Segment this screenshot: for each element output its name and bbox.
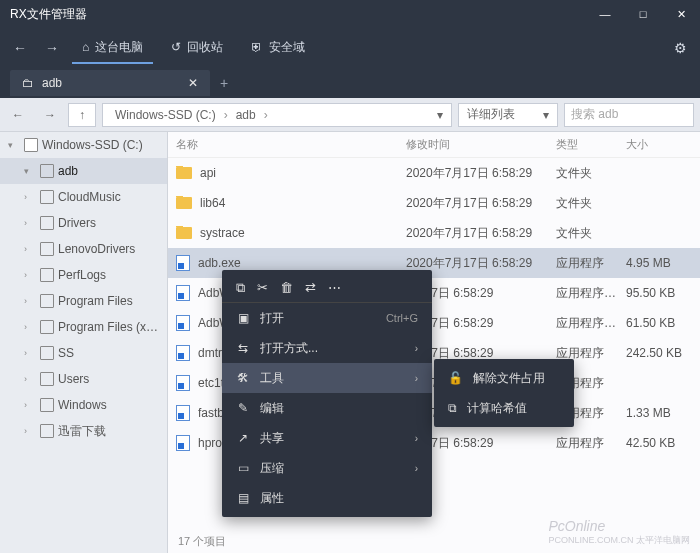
- menu-item-label: 打开: [260, 310, 376, 327]
- exe-icon: [176, 375, 190, 391]
- add-tab[interactable]: +: [210, 75, 238, 91]
- sidebar-item[interactable]: ›Windows: [0, 392, 167, 418]
- nav-tab-secure[interactable]: ⛨ 安全域: [241, 33, 315, 64]
- file-type: 文件夹: [548, 195, 618, 212]
- menu-item-icon: ⧉: [448, 401, 457, 415]
- folder-icon: [40, 164, 54, 178]
- col-size[interactable]: 大小: [618, 137, 688, 152]
- context-item[interactable]: 🛠工具›: [222, 363, 432, 393]
- folder-icon: [40, 346, 54, 360]
- search-input[interactable]: 搜索 adb: [564, 103, 694, 127]
- context-item[interactable]: ↗共享›: [222, 423, 432, 453]
- view-label: 详细列表: [467, 106, 515, 123]
- sidebar-item[interactable]: ›LenovoDrivers: [0, 236, 167, 262]
- file-row[interactable]: systrace2020年7月17日 6:58:29文件夹: [168, 218, 700, 248]
- col-type[interactable]: 类型: [548, 137, 618, 152]
- file-size: 242.50 KB: [618, 346, 688, 360]
- close-tab[interactable]: ✕: [188, 76, 198, 90]
- window-minimize[interactable]: —: [586, 0, 624, 28]
- rename-icon[interactable]: ⇄: [305, 280, 316, 296]
- sidebar-item-label: 迅雷下载: [58, 423, 106, 440]
- file-size: 61.50 KB: [618, 316, 688, 330]
- file-name: api: [200, 166, 216, 180]
- menu-item-label: 打开方式...: [260, 340, 405, 357]
- settings-button[interactable]: ⚙: [668, 40, 692, 56]
- sidebar-item[interactable]: ›Program Files (x…: [0, 314, 167, 340]
- nav-forward[interactable]: →: [40, 40, 64, 56]
- folder-icon: [176, 167, 192, 179]
- toolbar-back[interactable]: ←: [4, 103, 32, 127]
- sidebar-item-label: Drivers: [58, 216, 96, 230]
- context-menu: ⧉✂🗑⇄⋯ ▣打开Ctrl+G⇆打开方式...›🛠工具›✎编辑↗共享›▭压缩›▤…: [222, 270, 432, 517]
- file-size: 4.95 MB: [618, 256, 688, 270]
- more-icon[interactable]: ⋯: [328, 280, 341, 296]
- context-icon-row: ⧉✂🗑⇄⋯: [222, 274, 432, 303]
- sidebar-item-label: Users: [58, 372, 89, 386]
- chevron-right-icon: ›: [24, 322, 36, 332]
- nav-tab-recycle[interactable]: ↺ 回收站: [161, 33, 233, 64]
- menu-item-icon: 🛠: [236, 371, 250, 385]
- sidebar-root[interactable]: ▾ Windows-SSD (C:): [0, 132, 167, 158]
- menu-item-icon: ▤: [236, 491, 250, 505]
- sidebar-item[interactable]: ›迅雷下载: [0, 418, 167, 444]
- nav-tab-label: 回收站: [187, 39, 223, 56]
- copy-icon[interactable]: ⧉: [236, 280, 245, 296]
- window-maximize[interactable]: □: [624, 0, 662, 28]
- folder-icon: [176, 197, 192, 209]
- chevron-right-icon: ›: [415, 433, 418, 444]
- col-date[interactable]: 修改时间: [398, 137, 548, 152]
- sidebar: ▾ Windows-SSD (C:) ▾adb›CloudMusic›Drive…: [0, 132, 168, 553]
- context-item[interactable]: ▤属性: [222, 483, 432, 513]
- context-item[interactable]: ⇆打开方式...›: [222, 333, 432, 363]
- exe-icon: [176, 285, 190, 301]
- chevron-right-icon: ›: [224, 108, 228, 122]
- chevron-right-icon: ›: [24, 348, 36, 358]
- sidebar-item[interactable]: ›CloudMusic: [0, 184, 167, 210]
- search-placeholder: 搜索 adb: [571, 106, 618, 123]
- toolbar-up[interactable]: ↑: [68, 103, 96, 127]
- file-date: 2020年7月17日 6:58:29: [398, 255, 548, 272]
- sidebar-item-label: LenovoDrivers: [58, 242, 135, 256]
- folder-icon: [40, 424, 54, 438]
- sidebar-item[interactable]: ›PerfLogs: [0, 262, 167, 288]
- file-row[interactable]: lib642020年7月17日 6:58:29文件夹: [168, 188, 700, 218]
- breadcrumb-segment[interactable]: adb: [232, 108, 260, 122]
- file-size: 95.50 KB: [618, 286, 688, 300]
- view-selector[interactable]: 详细列表 ▾: [458, 103, 558, 127]
- computer-icon: ⌂: [82, 40, 89, 54]
- file-tab[interactable]: 🗀 adb ✕: [10, 70, 210, 96]
- nav-back[interactable]: ←: [8, 40, 32, 56]
- context-item[interactable]: ✎编辑: [222, 393, 432, 423]
- menu-item-label: 工具: [260, 370, 405, 387]
- folder-icon: [40, 320, 54, 334]
- nav-tab-this-pc[interactable]: ⌂ 这台电脑: [72, 33, 153, 64]
- breadcrumb-dropdown[interactable]: ▾: [437, 108, 443, 122]
- sidebar-item[interactable]: ›Program Files: [0, 288, 167, 314]
- chevron-right-icon: ›: [24, 400, 36, 410]
- sidebar-item[interactable]: ›Users: [0, 366, 167, 392]
- context-item[interactable]: ▭压缩›: [222, 453, 432, 483]
- menu-item-icon: ▣: [236, 311, 250, 325]
- menu-item-icon: ↗: [236, 431, 250, 445]
- col-name[interactable]: 名称: [168, 137, 398, 152]
- sidebar-item[interactable]: ›SS: [0, 340, 167, 366]
- exe-icon: [176, 255, 190, 271]
- toolbar-forward[interactable]: →: [36, 103, 64, 127]
- chevron-right-icon: ›: [24, 296, 36, 306]
- menu-item-label: 共享: [260, 430, 405, 447]
- sidebar-item[interactable]: ›Drivers: [0, 210, 167, 236]
- sidebar-item[interactable]: ▾adb: [0, 158, 167, 184]
- menu-item-icon: 🔓: [448, 371, 463, 385]
- context-item[interactable]: ▣打开Ctrl+G: [222, 303, 432, 333]
- delete-icon[interactable]: 🗑: [280, 280, 293, 296]
- submenu-item[interactable]: 🔓解除文件占用: [434, 363, 574, 393]
- breadcrumb-segment[interactable]: Windows-SSD (C:): [111, 108, 220, 122]
- shield-icon: ⛨: [251, 40, 263, 54]
- window-close[interactable]: ✕: [662, 0, 700, 28]
- menu-item-label: 编辑: [260, 400, 418, 417]
- submenu-item[interactable]: ⧉计算哈希值: [434, 393, 574, 423]
- file-row[interactable]: api2020年7月17日 6:58:29文件夹: [168, 158, 700, 188]
- cut-icon[interactable]: ✂: [257, 280, 268, 296]
- breadcrumb[interactable]: Windows-SSD (C:) › adb › ▾: [102, 103, 452, 127]
- file-type: 应用程序: [548, 435, 618, 452]
